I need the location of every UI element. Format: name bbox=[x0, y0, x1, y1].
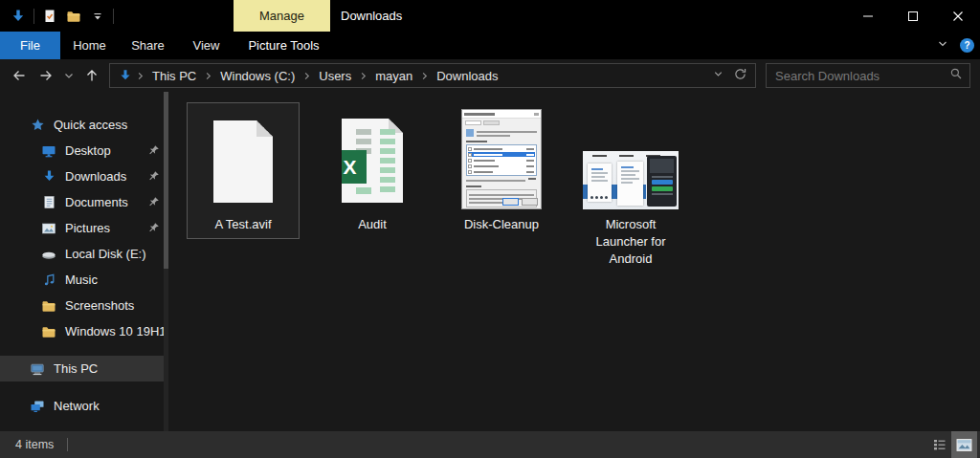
address-bar[interactable]: This PC Windows (C:) Users mayan Downloa… bbox=[109, 63, 756, 88]
document-icon bbox=[41, 195, 56, 210]
status-divider bbox=[67, 438, 68, 451]
details-view-icon[interactable] bbox=[928, 431, 951, 458]
ribbon-right-controls: ? bbox=[936, 32, 974, 59]
search-box bbox=[766, 63, 970, 88]
sidebar-item-screenshots[interactable]: Screenshots bbox=[0, 293, 168, 318]
scrollbar-thumb[interactable] bbox=[164, 92, 168, 269]
sidebar-item-windows-10-19h1-iso[interactable]: Windows 10 19H1 IS bbox=[0, 318, 168, 344]
breadcrumb-users[interactable]: Users bbox=[312, 69, 358, 83]
sidebar-item-label: Network bbox=[54, 399, 100, 413]
properties-check-icon[interactable] bbox=[41, 8, 58, 25]
recent-locations-chevron-icon[interactable] bbox=[59, 62, 78, 89]
sidebar-item-local-disk-e[interactable]: Local Disk (E:) bbox=[0, 241, 168, 267]
file-explorer-window: Manage Downloads File Home Share View Pi… bbox=[0, 0, 980, 458]
close-button[interactable] bbox=[935, 0, 980, 32]
webpage-screenshot-thumbnail bbox=[583, 151, 679, 209]
sidebar-item-network[interactable]: Network bbox=[0, 393, 168, 419]
downloads-arrow-icon[interactable] bbox=[10, 8, 27, 25]
sidebar-scrollbar[interactable] bbox=[164, 92, 168, 431]
desktop-icon bbox=[41, 143, 56, 159]
new-folder-icon[interactable] bbox=[65, 8, 82, 25]
view-toggle-buttons bbox=[928, 431, 977, 458]
breadcrumb-mayan[interactable]: mayan bbox=[368, 69, 419, 83]
tab-file[interactable]: File bbox=[0, 32, 60, 59]
file-tile-microsoft-launcher[interactable]: Microsoft Launcher for Android bbox=[574, 102, 687, 273]
blank-file-icon bbox=[213, 120, 273, 203]
up-arrow-icon[interactable] bbox=[78, 62, 105, 89]
minimize-button[interactable] bbox=[845, 0, 890, 32]
excel-file-icon: X bbox=[342, 119, 403, 203]
folder-icon bbox=[41, 324, 56, 339]
file-tile-disk-cleanup[interactable]: Disk-Cleanup bbox=[445, 102, 558, 239]
item-count: 4 items bbox=[15, 438, 54, 451]
pin-icon bbox=[148, 170, 160, 185]
navigation-pane: Quick access Desktop Downloads bbox=[0, 92, 168, 431]
sidebar-item-downloads[interactable]: Downloads bbox=[0, 164, 168, 189]
file-name: Microsoft Launcher for Android bbox=[581, 216, 680, 268]
breadcrumb-windows-c[interactable]: Windows (C:) bbox=[213, 69, 301, 83]
forward-arrow-icon[interactable] bbox=[33, 62, 59, 89]
maximize-button[interactable] bbox=[890, 0, 935, 32]
window-title: Downloads bbox=[341, 0, 402, 32]
search-input[interactable] bbox=[773, 68, 949, 84]
network-icon bbox=[30, 399, 45, 414]
window-controls bbox=[845, 0, 980, 32]
pin-icon bbox=[148, 222, 160, 236]
breadcrumb-this-pc[interactable]: This PC bbox=[145, 69, 203, 83]
sidebar-item-pictures[interactable]: Pictures bbox=[0, 215, 168, 241]
file-list: A Test.avif X Audit bbox=[168, 92, 980, 431]
sidebar-item-desktop[interactable]: Desktop bbox=[0, 138, 168, 164]
disk-icon bbox=[41, 247, 56, 262]
sidebar-item-label: Desktop bbox=[65, 143, 111, 158]
breadcrumb-chevron-icon bbox=[358, 71, 368, 81]
large-thumbnails-view-icon[interactable] bbox=[951, 431, 977, 458]
quick-access-toolbar bbox=[0, 0, 114, 32]
breadcrumb-downloads[interactable]: Downloads bbox=[430, 69, 504, 83]
file-tile-audit[interactable]: X Audit bbox=[316, 102, 429, 239]
status-bar: 4 items bbox=[0, 431, 980, 458]
sidebar-item-label: Quick access bbox=[54, 118, 127, 132]
pin-icon bbox=[148, 144, 160, 159]
sidebar-item-label: Music bbox=[65, 273, 98, 287]
breadcrumb-chevron-icon bbox=[135, 71, 145, 81]
tab-share[interactable]: Share bbox=[119, 32, 177, 59]
file-name: A Test.avif bbox=[193, 216, 293, 233]
customize-toolbar-chevron-icon[interactable] bbox=[89, 8, 106, 25]
magnifier-icon[interactable] bbox=[949, 67, 963, 84]
sidebar-item-label: Windows 10 19H1 IS bbox=[65, 324, 168, 338]
collapse-ribbon-chevron-icon[interactable] bbox=[936, 37, 949, 54]
pictures-icon bbox=[41, 221, 56, 236]
sidebar-item-quick-access[interactable]: Quick access bbox=[0, 112, 168, 138]
address-bar-controls bbox=[712, 67, 751, 85]
sidebar-item-label: This PC bbox=[54, 361, 98, 376]
folder-icon bbox=[41, 298, 56, 314]
sidebar-item-this-pc[interactable]: This PC bbox=[0, 356, 168, 382]
toolbar-separator bbox=[33, 9, 34, 24]
tab-view[interactable]: View bbox=[177, 32, 235, 59]
pin-icon bbox=[148, 196, 160, 210]
back-arrow-icon[interactable] bbox=[6, 62, 33, 89]
manage-contextual-tab[interactable]: Manage bbox=[234, 0, 330, 32]
tab-home[interactable]: Home bbox=[60, 32, 119, 59]
titlebar: Manage Downloads bbox=[0, 0, 980, 32]
help-icon[interactable]: ? bbox=[960, 38, 974, 53]
address-row: This PC Windows (C:) Users mayan Downloa… bbox=[0, 59, 980, 92]
tab-picture-tools[interactable]: Picture Tools bbox=[235, 32, 332, 59]
computer-icon bbox=[30, 361, 45, 377]
ribbon-tab-row: File Home Share View Picture Tools ? bbox=[0, 32, 980, 59]
file-name: Disk-Cleanup bbox=[452, 216, 551, 233]
explorer-body: Quick access Desktop Downloads bbox=[0, 92, 980, 431]
refresh-icon[interactable] bbox=[733, 67, 747, 85]
breadcrumb-chevron-icon bbox=[301, 71, 312, 81]
downloads-icon bbox=[41, 169, 56, 185]
sidebar-item-music[interactable]: Music bbox=[0, 267, 168, 293]
sidebar-item-label: Local Disk (E:) bbox=[65, 247, 146, 261]
sidebar-item-documents[interactable]: Documents bbox=[0, 189, 168, 215]
file-tile-a-test-avif[interactable]: A Test.avif bbox=[187, 102, 300, 239]
sidebar-item-label: Downloads bbox=[65, 169, 126, 184]
excel-x-badge: X bbox=[333, 150, 367, 184]
sidebar-item-label: Documents bbox=[65, 195, 128, 209]
star-icon bbox=[30, 118, 45, 133]
dropdown-chevron-icon[interactable] bbox=[712, 67, 724, 84]
breadcrumb-chevron-icon bbox=[419, 71, 430, 81]
